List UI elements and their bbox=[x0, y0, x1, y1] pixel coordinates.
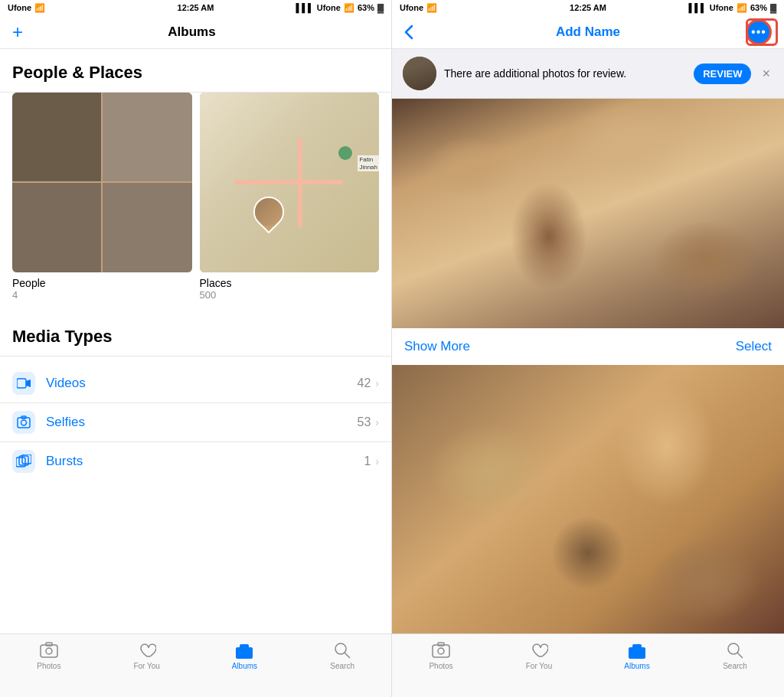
banner-avatar bbox=[403, 57, 436, 90]
people-cell-2 bbox=[103, 93, 191, 181]
ellipsis-icon: ••• bbox=[751, 26, 766, 38]
people-places-grid: People 4 FatinJinnah bbox=[0, 93, 391, 313]
videos-chevron: › bbox=[375, 377, 379, 389]
people-album[interactable]: People 4 bbox=[12, 93, 192, 301]
right-nav-title: Add Name bbox=[556, 24, 620, 40]
show-more-button[interactable]: Show More bbox=[404, 339, 470, 354]
bursts-label: Bursts bbox=[46, 454, 364, 469]
map-label: FatinJinnah bbox=[358, 155, 379, 171]
right-carrier-info: Ufone 📶 bbox=[400, 3, 437, 13]
right-battery-icon: ▓ bbox=[770, 3, 776, 12]
left-tab-photos[interactable]: Photos bbox=[0, 640, 98, 670]
map-poi bbox=[338, 146, 352, 160]
left-battery-icon: ▓ bbox=[377, 3, 384, 12]
right-carrier2: Ufone bbox=[710, 3, 733, 12]
svg-rect-8 bbox=[41, 645, 57, 657]
review-button[interactable]: REVIEW bbox=[694, 64, 751, 84]
left-tab-photos-label: Photos bbox=[37, 662, 60, 670]
selfies-count: 53 bbox=[358, 415, 371, 429]
left-status-bar: Ufone 📶 12:25 AM ▌▌▌ Ufone 📶 63% ▓ bbox=[0, 0, 391, 15]
people-cell-4 bbox=[103, 183, 191, 272]
video-icon bbox=[12, 372, 35, 395]
svg-rect-12 bbox=[240, 644, 249, 649]
people-count: 4 bbox=[12, 289, 192, 301]
svg-marker-1 bbox=[26, 379, 31, 387]
svg-rect-0 bbox=[17, 379, 26, 388]
left-battery: 63% bbox=[358, 3, 374, 12]
right-photos-tab-icon bbox=[431, 640, 451, 660]
map-road-horizontal bbox=[235, 180, 343, 184]
right-foryou-tab-icon bbox=[529, 640, 549, 660]
left-tab-albums[interactable]: Albums bbox=[196, 640, 294, 670]
svg-rect-19 bbox=[632, 644, 642, 649]
people-label: People bbox=[12, 277, 192, 289]
selfie-icon bbox=[12, 411, 35, 434]
back-button[interactable] bbox=[404, 24, 413, 40]
right-right-icons: ▌▌▌ Ufone 📶 63% ▓ bbox=[688, 3, 776, 13]
left-tab-bar: Photos For You Albums bbox=[0, 633, 391, 697]
selfies-item[interactable]: Selfies 53 › bbox=[0, 403, 391, 442]
more-button-container: ••• bbox=[746, 19, 772, 45]
right-wifi2-icon: 📶 bbox=[737, 3, 747, 13]
right-carrier: Ufone bbox=[400, 3, 423, 12]
more-options-button[interactable]: ••• bbox=[746, 19, 772, 45]
svg-rect-11 bbox=[236, 647, 253, 659]
left-tab-search[interactable]: Search bbox=[293, 640, 391, 670]
bottom-photo-mosaic bbox=[392, 365, 784, 633]
left-time: 12:25 AM bbox=[178, 3, 214, 12]
left-carrier: Ufone bbox=[8, 3, 31, 12]
people-places-header: People & Places bbox=[0, 49, 391, 92]
search-tab-icon-left bbox=[332, 640, 352, 660]
bottom-photo-display bbox=[392, 365, 784, 633]
places-count: 500 bbox=[200, 289, 380, 301]
videos-count: 42 bbox=[358, 376, 371, 390]
svg-rect-10 bbox=[46, 643, 52, 646]
map-pin-photo bbox=[247, 191, 291, 234]
banner-avatar-image bbox=[403, 57, 436, 90]
svg-rect-18 bbox=[629, 647, 645, 659]
right-tab-photos-label: Photos bbox=[429, 662, 452, 670]
videos-item[interactable]: Videos 42 › bbox=[0, 364, 391, 403]
banner-close-button[interactable]: × bbox=[759, 63, 773, 85]
left-tab-albums-label: Albums bbox=[232, 662, 257, 670]
svg-point-13 bbox=[335, 643, 346, 654]
places-label: Places bbox=[200, 277, 380, 289]
select-button[interactable]: Select bbox=[736, 339, 772, 354]
right-tab-search[interactable]: Search bbox=[686, 640, 784, 670]
svg-rect-17 bbox=[438, 643, 444, 646]
left-tab-foryou-label: For You bbox=[133, 662, 159, 670]
people-grid bbox=[12, 93, 192, 272]
right-tab-foryou[interactable]: For You bbox=[490, 640, 588, 670]
add-album-button[interactable]: + bbox=[12, 23, 23, 41]
banner-text: There are additional photos for review. bbox=[444, 67, 686, 80]
map-road-vertical bbox=[298, 138, 302, 227]
burst-icon bbox=[12, 450, 35, 473]
left-carrier-info: Ufone 📶 bbox=[8, 3, 45, 13]
places-album[interactable]: FatinJinnah Places 500 bbox=[200, 93, 380, 301]
bursts-count: 1 bbox=[364, 454, 371, 468]
left-nav-title: Albums bbox=[168, 24, 215, 40]
left-tab-search-label: Search bbox=[330, 662, 354, 670]
right-albums-tab-icon bbox=[627, 640, 647, 660]
map-visual: FatinJinnah bbox=[200, 93, 380, 272]
selfies-label: Selfies bbox=[46, 415, 358, 430]
people-cell-1 bbox=[12, 93, 101, 181]
albums-tab-icon bbox=[234, 640, 254, 660]
left-nav-bar: + Albums bbox=[0, 15, 391, 49]
main-photo-display bbox=[392, 99, 784, 328]
right-tab-photos[interactable]: Photos bbox=[392, 640, 490, 670]
right-battery: 63% bbox=[750, 3, 767, 12]
svg-point-20 bbox=[728, 643, 739, 654]
action-row: Show More Select bbox=[392, 328, 784, 365]
people-thumbnail bbox=[12, 93, 192, 272]
media-types-list: Videos 42 › Selfies 53 › bbox=[0, 357, 391, 480]
bursts-item[interactable]: Bursts 1 › bbox=[0, 442, 391, 480]
selfies-chevron: › bbox=[375, 416, 379, 428]
left-panel: Ufone 📶 12:25 AM ▌▌▌ Ufone 📶 63% ▓ + Alb… bbox=[0, 0, 392, 697]
right-panel: Ufone 📶 12:25 AM ▌▌▌ Ufone 📶 63% ▓ Add N… bbox=[392, 0, 784, 697]
left-tab-foryou[interactable]: For You bbox=[98, 640, 196, 670]
right-time: 12:25 AM bbox=[570, 3, 606, 12]
svg-line-21 bbox=[737, 653, 743, 658]
right-tab-albums[interactable]: Albums bbox=[588, 640, 686, 670]
places-thumbnail: FatinJinnah bbox=[200, 93, 380, 272]
